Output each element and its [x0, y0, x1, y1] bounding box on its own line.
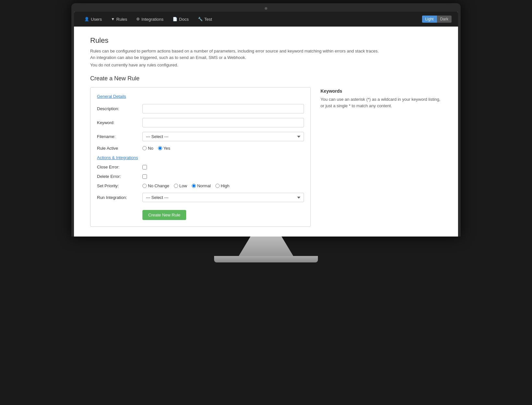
- delete-error-control: [142, 174, 304, 179]
- set-priority-label: Set Priority:: [97, 183, 142, 188]
- close-error-row: Close Error:: [97, 165, 304, 169]
- nav-docs[interactable]: 📄 Docs: [169, 15, 193, 24]
- radio-yes-text: Yes: [163, 146, 170, 151]
- monitor-dot: [265, 7, 267, 10]
- page-title: Rules: [90, 36, 442, 45]
- form-layout: General Details Description: Keyword:: [90, 87, 442, 227]
- filename-label: Filename:: [97, 134, 142, 139]
- description-label: Description:: [97, 106, 142, 111]
- description-control: [142, 104, 304, 113]
- keyword-label: Keyword:: [97, 120, 142, 125]
- submit-row: Create New Rule: [97, 207, 304, 220]
- priority-high-radio[interactable]: [215, 184, 220, 188]
- filename-control: --- Select ---: [142, 132, 304, 141]
- nav-users[interactable]: 👤 Users: [80, 15, 106, 24]
- description-input[interactable]: [142, 104, 304, 113]
- theme-toggle: Light Dark: [422, 16, 452, 23]
- keywords-description: You can use an asterisk (*) as a wildcar…: [320, 96, 442, 109]
- rule-active-radio-group: No Yes: [142, 146, 304, 151]
- radio-yes[interactable]: [158, 146, 162, 150]
- priority-normal-text: Normal: [197, 183, 211, 188]
- integrations-icon: ⚙: [136, 17, 140, 21]
- delete-error-row: Delete Error:: [97, 174, 304, 179]
- priority-high-label[interactable]: High: [215, 183, 230, 188]
- theme-light-button[interactable]: Light: [422, 16, 437, 23]
- close-error-label: Close Error:: [97, 165, 142, 169]
- radio-yes-label[interactable]: Yes: [158, 146, 170, 151]
- priority-low-text: Low: [179, 183, 187, 188]
- priority-normal-radio[interactable]: [192, 184, 196, 188]
- delete-error-checkbox[interactable]: [142, 174, 147, 179]
- priority-no-change-radio[interactable]: [142, 184, 147, 188]
- create-new-rule-button[interactable]: Create New Rule: [142, 210, 186, 220]
- theme-dark-button[interactable]: Dark: [437, 16, 452, 23]
- navbar: 👤 Users ▼ Rules ⚙ Integrations 📄 Docs 🔧 …: [74, 12, 458, 27]
- keywords-title: Keywords: [320, 88, 442, 94]
- close-error-checkbox[interactable]: [142, 165, 147, 169]
- filename-select[interactable]: --- Select ---: [142, 132, 304, 141]
- priority-no-change-text: No Change: [148, 183, 169, 188]
- keywords-panel: Keywords You can use an asterisk (*) as …: [320, 87, 442, 109]
- actions-integrations-label[interactable]: Actions & Integrations: [97, 155, 304, 160]
- priority-normal-label[interactable]: Normal: [192, 183, 211, 188]
- run-integration-control: --- Select ---: [142, 193, 304, 202]
- run-integration-select[interactable]: --- Select ---: [142, 193, 304, 202]
- form-panel: General Details Description: Keyword:: [90, 87, 311, 227]
- priority-low-label[interactable]: Low: [174, 183, 187, 188]
- priority-high-text: High: [221, 183, 230, 188]
- nav-integrations[interactable]: ⚙ Integrations: [132, 15, 167, 24]
- radio-no[interactable]: [142, 146, 147, 150]
- docs-icon: 📄: [173, 17, 177, 21]
- run-integration-label: Run Integration:: [97, 195, 142, 200]
- keyword-input[interactable]: [142, 118, 304, 127]
- priority-no-change-label[interactable]: No Change: [142, 183, 169, 188]
- create-section-title: Create a New Rule: [90, 75, 442, 82]
- no-rules-message: You do not currently have any rules conf…: [90, 63, 442, 67]
- radio-no-text: No: [148, 146, 153, 151]
- rules-icon: ▼: [111, 17, 115, 21]
- general-details-label[interactable]: General Details: [97, 94, 304, 99]
- nav-rules[interactable]: ▼ Rules: [107, 15, 131, 24]
- monitor-neck: [227, 237, 305, 256]
- test-icon: 🔧: [198, 17, 203, 21]
- main-content: Rules Rules can be configured to perform…: [74, 27, 458, 237]
- close-error-control: [142, 165, 304, 169]
- actions-section-gap: Actions & Integrations: [97, 155, 304, 160]
- keyword-control: [142, 118, 304, 127]
- priority-low-radio[interactable]: [174, 184, 178, 188]
- radio-no-label[interactable]: No: [142, 146, 153, 151]
- rule-active-control: No Yes: [142, 146, 304, 151]
- page-description: Rules can be configured to perform actio…: [90, 48, 382, 61]
- set-priority-control: No Change Low Normal: [142, 183, 304, 188]
- set-priority-row: Set Priority: No Change Low: [97, 183, 304, 188]
- run-integration-row: Run Integration: --- Select ---: [97, 193, 304, 202]
- filename-row: Filename: --- Select ---: [97, 132, 304, 141]
- users-icon: 👤: [84, 17, 89, 21]
- monitor-base: [214, 256, 318, 262]
- monitor-stand: [214, 237, 318, 262]
- nav-test[interactable]: 🔧 Test: [194, 15, 216, 24]
- rule-active-row: Rule Active No Yes: [97, 146, 304, 151]
- description-row: Description:: [97, 104, 304, 113]
- rule-active-label: Rule Active: [97, 146, 142, 151]
- priority-radio-group: No Change Low Normal: [142, 183, 304, 188]
- keyword-row: Keyword:: [97, 118, 304, 127]
- delete-error-label: Delete Error:: [97, 174, 142, 179]
